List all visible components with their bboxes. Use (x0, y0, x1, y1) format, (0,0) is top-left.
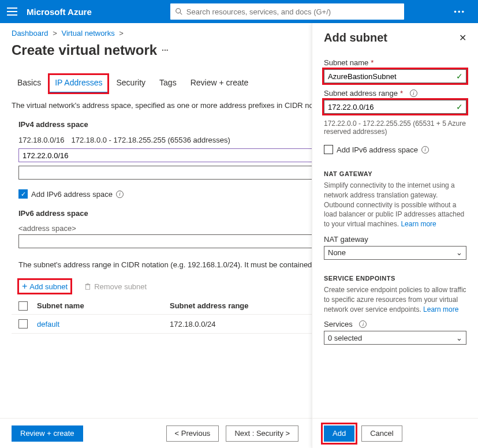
row-checkbox[interactable] (18, 319, 28, 328)
col-subnet-name: Subnet name (37, 301, 170, 311)
chevron-down-icon: ⌄ (456, 334, 462, 342)
checkbox-checked-icon: ✓ (18, 189, 28, 199)
services-dropdown[interactable]: 0 selected ⌄ (324, 331, 466, 345)
breadcrumb-dashboard[interactable]: Dashboard (12, 29, 48, 38)
add-subnet-button[interactable]: + Add subnet (18, 279, 71, 293)
ipv4-cidr: 172.18.0.0/16 (18, 136, 65, 144)
subnet-name-label: Subnet name* (324, 58, 466, 67)
remove-subnet-label: Remove subnet (94, 282, 147, 291)
nat-gateway-value: None (328, 248, 346, 257)
trash-icon (84, 282, 92, 290)
svc-section-head: SERVICE ENDPOINTS (324, 275, 466, 282)
panel-footer: Add Cancel (312, 418, 478, 448)
info-icon[interactable]: i (421, 146, 429, 154)
cancel-button[interactable]: Cancel (361, 425, 402, 442)
ipv4-range: 172.18.0.0 - 172.18.255.255 (65536 addre… (72, 136, 230, 144)
add-button[interactable]: Add (324, 425, 354, 442)
info-icon[interactable]: i (410, 89, 417, 97)
page-more-icon[interactable]: ··· (162, 46, 169, 55)
nat-learn-more-link[interactable]: Learn more (401, 220, 436, 228)
check-icon: ✓ (456, 102, 463, 111)
search-icon (175, 8, 183, 16)
chevron-right-icon: > (119, 29, 124, 38)
panel-ipv6-checkbox[interactable]: Add IPv6 address space i (324, 145, 466, 154)
close-icon[interactable]: ✕ (459, 32, 466, 43)
nat-gateway-label: NAT gateway (324, 235, 466, 244)
tab-ip-addresses[interactable]: IP Addresses (49, 74, 108, 93)
info-icon[interactable]: i (359, 320, 367, 328)
panel-title: Add subnet (324, 31, 387, 44)
info-icon[interactable]: i (116, 191, 124, 198)
svg-rect-2 (86, 285, 90, 289)
checkbox-empty-icon (324, 145, 333, 154)
top-bar: Microsoft Azure ••• (0, 0, 478, 23)
panel-ipv6-label: Add IPv6 address space (337, 145, 418, 154)
nat-gateway-dropdown[interactable]: None ⌄ (324, 246, 466, 260)
global-search[interactable] (170, 3, 404, 20)
svc-description: Create service endpoint policies to allo… (324, 285, 466, 314)
search-input[interactable] (186, 8, 399, 16)
subnet-name-input[interactable] (324, 69, 466, 83)
tab-basics[interactable]: Basics (12, 74, 47, 93)
add-subnet-panel: Add subnet ✕ Subnet name* ✓ Subnet addre… (312, 23, 478, 448)
ipv6-placeholder-text: <address space> (18, 224, 76, 233)
next-button[interactable]: Next : Security > (226, 425, 298, 442)
plus-icon: + (22, 282, 27, 291)
page-title-text: Create virtual network (12, 42, 157, 58)
subnet-range-input[interactable] (324, 100, 466, 114)
nat-description: Simplify connectivity to the internet us… (324, 181, 466, 229)
ipv6-checkbox-label: Add IPv6 address space (31, 190, 113, 199)
services-value: 0 selected (328, 334, 362, 342)
services-label: Services i (324, 320, 466, 328)
review-create-button[interactable]: Review + create (12, 425, 83, 442)
tab-review-create[interactable]: Review + create (185, 74, 255, 93)
subnet-link-default[interactable]: default (37, 320, 170, 328)
add-subnet-label: Add subnet (29, 282, 68, 291)
svg-point-0 (176, 9, 181, 13)
svg-line-1 (180, 13, 182, 15)
select-all-checkbox[interactable] (18, 301, 28, 311)
overflow-menu-icon[interactable]: ••• (454, 8, 465, 16)
subnet-range-label: Subnet address range* i (324, 89, 466, 98)
remove-subnet-button[interactable]: Remove subnet (80, 280, 150, 293)
breadcrumb-vnets[interactable]: Virtual networks (61, 29, 114, 38)
nat-section-head: NAT GATEWAY (324, 170, 466, 177)
tab-tags[interactable]: Tags (154, 74, 182, 93)
tab-security[interactable]: Security (110, 74, 151, 93)
previous-button[interactable]: < Previous (166, 425, 219, 442)
chevron-down-icon: ⌄ (456, 248, 462, 257)
check-icon: ✓ (456, 72, 463, 81)
brand-label: Microsoft Azure (27, 7, 92, 17)
hamburger-icon[interactable] (7, 8, 17, 16)
svc-learn-more-link[interactable]: Learn more (423, 305, 458, 313)
chevron-right-icon: > (53, 29, 57, 38)
subnet-range-helper: 172.22.0.0 - 172.22.255.255 (65531 + 5 A… (324, 120, 466, 136)
